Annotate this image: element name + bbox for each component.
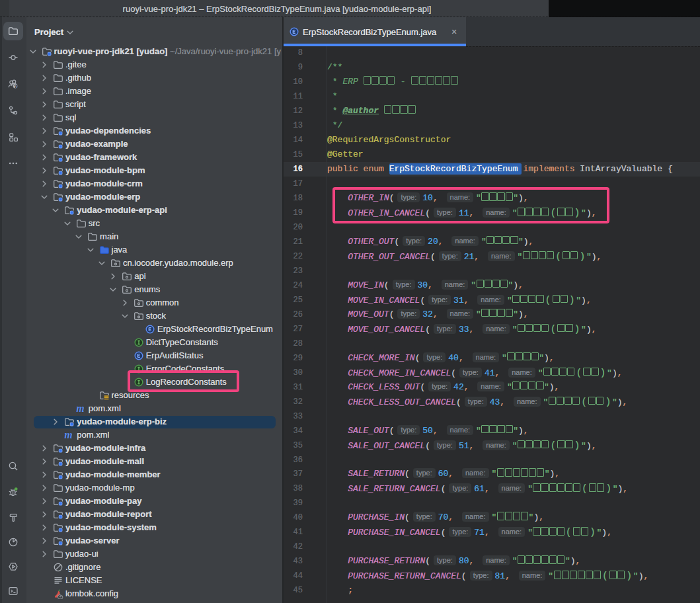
svg-text:m: m: [64, 430, 72, 440]
svg-text:?: ?: [15, 84, 17, 89]
svg-text:m: m: [76, 403, 84, 414]
